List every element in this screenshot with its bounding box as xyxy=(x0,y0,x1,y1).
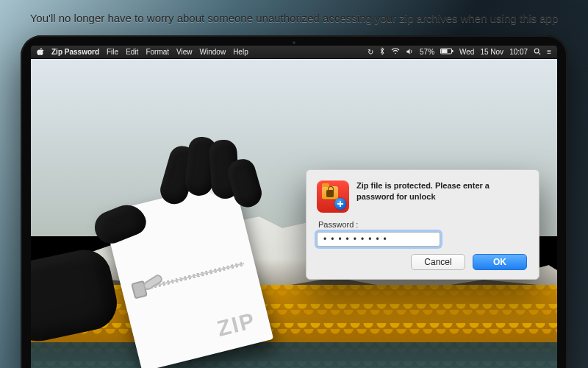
app-icon xyxy=(317,180,349,213)
svg-line-5 xyxy=(538,52,540,54)
apple-logo-icon[interactable] xyxy=(37,47,44,57)
zip-document-label: ZIP xyxy=(215,308,258,342)
laptop-frame: Zip Password File Edit Format View Windo… xyxy=(21,35,567,368)
menu-edit[interactable]: Edit xyxy=(126,48,138,56)
cancel-button[interactable]: Cancel xyxy=(411,254,465,270)
password-label: Password : xyxy=(318,220,358,229)
camera-dot xyxy=(292,40,296,45)
battery-percent: 57% xyxy=(420,48,434,56)
dialog-title: Zip file is protected. Please enter a pa… xyxy=(356,180,527,213)
svg-rect-3 xyxy=(442,49,448,53)
screen: Zip Password File Edit Format View Windo… xyxy=(31,46,557,368)
password-input[interactable] xyxy=(317,232,440,247)
menu-window[interactable]: Window xyxy=(200,48,226,56)
menubar-app-name[interactable]: Zip Password xyxy=(51,48,99,56)
volume-icon[interactable] xyxy=(406,48,414,57)
bluetooth-icon[interactable] xyxy=(379,47,385,57)
promo-caption: You'll no longer have to worry about som… xyxy=(0,0,588,24)
menu-view[interactable]: View xyxy=(176,48,193,56)
password-dialog: Zip file is protected. Please enter a pa… xyxy=(306,169,539,280)
menu-help[interactable]: Help xyxy=(233,48,248,56)
app-icon-badge xyxy=(334,198,346,210)
clock-time: 10:07 xyxy=(509,48,528,56)
sync-icon[interactable]: ↻ xyxy=(368,49,373,56)
svg-point-4 xyxy=(534,49,539,53)
spotlight-icon[interactable] xyxy=(534,48,541,57)
clock-date: 15 Nov xyxy=(480,48,503,56)
gloved-hand-illustration: ZIP xyxy=(31,131,291,344)
ok-button[interactable]: OK xyxy=(473,254,527,270)
menu-format[interactable]: Format xyxy=(146,48,169,56)
menubar: Zip Password File Edit Format View Windo… xyxy=(31,46,557,59)
wifi-icon[interactable] xyxy=(391,48,400,56)
desktop-wallpaper: ZIP Zip file is protected. Please enter … xyxy=(31,59,557,368)
clock-day: Wed xyxy=(459,48,474,56)
menu-file[interactable]: File xyxy=(107,48,118,56)
svg-rect-2 xyxy=(452,50,453,52)
svg-point-0 xyxy=(395,53,396,54)
menu-extra-icon[interactable]: ≡ xyxy=(547,49,551,56)
battery-icon[interactable] xyxy=(440,48,453,56)
